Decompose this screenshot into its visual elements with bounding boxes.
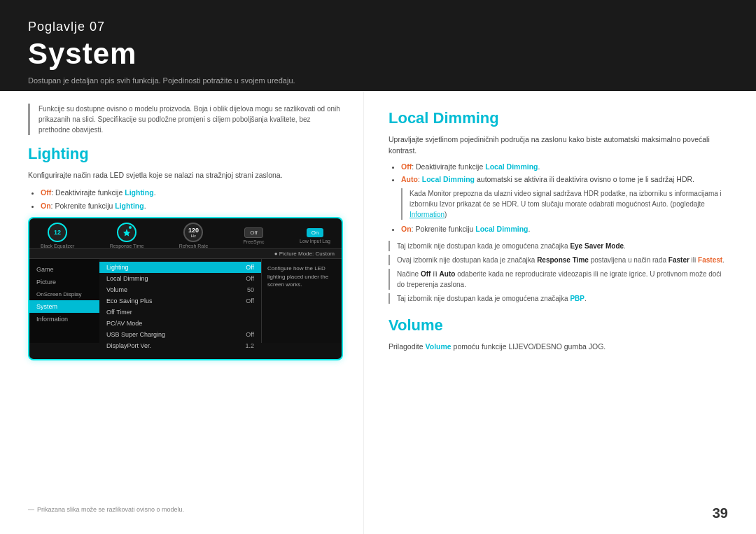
lighting-bullets: Off: Deaktivirajte funkcije Lighting. On… (28, 187, 342, 212)
on-label: On (41, 202, 51, 210)
submenu-eco-value: Off (246, 297, 254, 304)
monitor-dials-row: 12 Black Equalizer Response Time 120 Hz … (29, 218, 342, 248)
ld-label-1: Local Dimming (485, 162, 538, 171)
submenu-usb[interactable]: USB Super Charging Off (99, 329, 261, 340)
bullet-on: On: Pokrenite funkciju Lighting. (41, 200, 342, 212)
ld-on-label: On (401, 225, 412, 233)
lighting-label-1: Lighting (125, 188, 153, 197)
ld-label-2: Local Dimming (422, 175, 475, 183)
dial-label-5: Low Input Lag (300, 239, 330, 244)
ld-bullet-off: Off: Deaktivirajte funkcije Local Dimmin… (401, 161, 728, 173)
dial-black-equalizer: 12 Black Equalizer (41, 223, 74, 248)
ld-note-inline: Kada Monitor prepozna da ulazni video si… (401, 188, 728, 220)
menu-description: Configure how the LED lighting placed un… (261, 259, 342, 343)
submenu-pcav-label: PC/AV Mode (106, 320, 142, 327)
submenu-offtimer-label: Off Timer (106, 309, 132, 316)
ld-note-text: Kada Monitor prepozna da ulazni video si… (410, 188, 728, 220)
submenu-lighting[interactable]: Lighting Off (99, 262, 261, 273)
menu-item-system[interactable]: System (29, 300, 99, 313)
dial-circle-2 (117, 223, 136, 242)
submenu-lighting-label: Lighting (106, 264, 129, 271)
information-link[interactable]: Information (410, 211, 444, 218)
left-column: Funkcije su dostupne ovisno o modelu pro… (0, 91, 364, 534)
menu-item-game[interactable]: Game (29, 263, 99, 276)
lighting-desc: Konfigurirajte način rada LED svjetla ko… (28, 170, 342, 181)
local-dimming-bullets: Off: Deaktivirajte funkcije Local Dimmin… (388, 161, 728, 235)
dial-label-1: Black Equalizer (41, 244, 74, 248)
volume-label: Volume (426, 342, 451, 351)
local-dimming-desc: Upravljajte svjetlinom pojediničnih podr… (388, 134, 728, 157)
submenu-local-dimming[interactable]: Local Dimming Off (99, 273, 261, 284)
menu-item-onscreen[interactable]: OnScreen Display (29, 288, 99, 300)
main-content: Funkcije su dostupne ovisno o modelu pro… (0, 91, 756, 534)
footer-note: Prikazana slika može se razlikovati ovis… (28, 506, 184, 513)
monitor-menu: Game Picture OnScreen Display System Inf… (29, 259, 342, 343)
ld-bullet-on: On: Pokrenite funkciju Local Dimming. (401, 223, 728, 235)
header-subtitle: Dostupan je detaljan opis svih funkcija.… (28, 76, 728, 85)
ld-off-label: Off (401, 162, 412, 171)
submenu-usb-label: USB Super Charging (106, 331, 165, 338)
submenu-volume-label: Volume (106, 286, 127, 293)
submenu-off-timer[interactable]: Off Timer (99, 307, 261, 318)
menu-item-picture[interactable]: Picture (29, 276, 99, 288)
off-label: Off (41, 188, 51, 197)
ld-auto-label: Auto (401, 175, 418, 183)
page-number: 39 (713, 505, 728, 521)
remark-4: Taj izbornik nije dostupan kada je omogu… (388, 293, 728, 304)
local-dimming-heading: Local Dimming (388, 109, 728, 127)
chapter-label: Poglavlje 07 (28, 20, 728, 34)
remark-3-text: Načine Off ili Auto odaberite kada ne re… (397, 269, 728, 290)
auto-label: Auto (440, 270, 456, 278)
page-title: System (28, 37, 728, 71)
dial-label-3: Refresh Rate (179, 244, 208, 248)
dial-label-4: FreeSync (244, 239, 265, 244)
dial-response-time: Response Time (110, 223, 144, 248)
remark-2: Ovaj izbornik nije dostupan kada je znač… (388, 255, 728, 265)
picture-mode-bar: ● Picture Mode: Custom (29, 248, 342, 259)
dial-label-2: Response Time (110, 244, 144, 248)
volume-desc: Prilagodite Volume pomoću funkcije LIJEV… (388, 342, 728, 353)
monitor-mockup: 12 Black Equalizer Response Time 120 Hz … (28, 217, 343, 360)
faster-label: Faster (668, 256, 690, 264)
low-input-on-btn: On (307, 228, 324, 237)
pbp-label: PBP (570, 295, 584, 302)
submenu-dp-value: 1.2 (245, 342, 254, 349)
submenu-ld-label: Local Dimming (106, 275, 148, 282)
off-auto-label: Off (421, 270, 430, 278)
submenu-eco[interactable]: Eco Saving Plus Off (99, 295, 261, 307)
note-box: Funkcije su dostupne ovisno o modelu pro… (28, 104, 342, 135)
submenu-eco-label: Eco Saving Plus (106, 297, 153, 304)
submenu-pcav[interactable]: PC/AV Mode (99, 318, 261, 329)
dial-refresh-rate: 120 Hz Refresh Rate (179, 223, 208, 248)
submenu-ld-value: Off (246, 275, 254, 282)
dial-circle-1: 12 (48, 223, 67, 242)
remark-3: Načine Off ili Auto odaberite kada ne re… (388, 269, 728, 290)
ld-bullet-auto: Auto: Local Dimming automatski se aktivi… (401, 174, 728, 220)
submenu-displayport[interactable]: DisplayPort Ver. 1.2 (99, 340, 261, 351)
remark-2-text: Ovaj izbornik nije dostupan kada je znač… (397, 255, 724, 265)
freesync-off-btn: Off (244, 227, 263, 238)
submenu-dp-label: DisplayPort Ver. (106, 342, 151, 349)
volume-section: Volume Prilagodite Volume pomoću funkcij… (388, 316, 728, 353)
menu-right: Lighting Off Local Dimming Off Volume 50… (99, 259, 261, 343)
remark-4-text: Taj izbornik nije dostupan kada je omogu… (397, 293, 587, 304)
lighting-heading: Lighting (28, 145, 342, 163)
submenu-volume-value: 50 (247, 286, 254, 293)
dial-circle-3: 120 Hz (183, 223, 203, 242)
menu-left: Game Picture OnScreen Display System Inf… (29, 259, 99, 343)
right-column: Local Dimming Upravljajte svjetlinom poj… (364, 91, 756, 534)
local-dimming-section: Local Dimming Upravljajte svjetlinom poj… (388, 109, 728, 304)
bullet-off: Off: Deaktivirajte funkcije Lighting. (41, 187, 342, 199)
eye-saver-label: Eye Saver Mode (570, 242, 624, 250)
fastest-label: Fastest (698, 256, 722, 264)
note-text: Funkcije su dostupne ovisno o modelu pro… (38, 104, 342, 135)
submenu-volume[interactable]: Volume 50 (99, 284, 261, 295)
ld-label-3: Local Dimming (475, 225, 528, 233)
submenu-lighting-value: Off (246, 264, 254, 271)
dial-low-input: On Low Input Lag (300, 228, 330, 244)
menu-item-information[interactable]: Information (29, 313, 99, 325)
response-time-label: Response Time (537, 256, 589, 264)
submenu-usb-value: Off (246, 331, 254, 338)
page-header: Poglavlje 07 System Dostupan je detaljan… (0, 0, 756, 91)
lighting-label-2: Lighting (115, 202, 144, 210)
